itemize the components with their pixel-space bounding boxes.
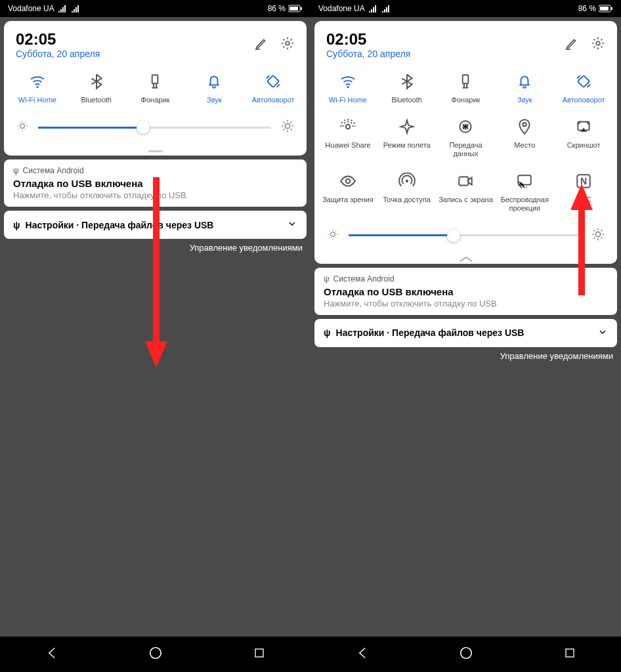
svg-point-39: [347, 86, 349, 88]
panel-header: 02:05 Суббота, 20 апреля: [4, 21, 307, 66]
qs-data[interactable]: Передача данных: [437, 117, 496, 158]
notif-title: Отладка по USB включена: [13, 178, 297, 189]
expand-handle[interactable]: [4, 146, 307, 156]
qs-label: Фонарик: [141, 96, 170, 104]
svg-rect-57: [566, 649, 574, 657]
wifi-icon: [28, 72, 47, 91]
manage-notifications-link[interactable]: Управление уведомлениями: [0, 243, 310, 253]
bt-icon: [398, 72, 416, 91]
brightness-high-icon: [280, 119, 295, 136]
qs-loc[interactable]: Место: [495, 117, 554, 158]
svg-point-38: [596, 41, 600, 45]
data-icon: [456, 117, 475, 136]
loc-icon: [515, 117, 534, 136]
bt-icon: [87, 72, 106, 91]
notif-subtitle: Нажмите, чтобы отключить отладку по USB: [324, 299, 608, 308]
qs-label: Беспроводная проекция: [495, 196, 554, 213]
edit-icon[interactable]: [565, 36, 579, 53]
qs-nfc[interactable]: NNFC: [554, 172, 613, 213]
svg-point-16: [286, 41, 289, 45]
usb-icon: ψ: [13, 166, 19, 175]
manage-notifications-link[interactable]: Управление уведомлениями: [310, 351, 621, 361]
qs-label: Защита зрения: [322, 196, 374, 204]
svg-point-42: [346, 125, 351, 129]
qs-cast[interactable]: Беспроводная проекция: [495, 172, 554, 213]
system-nav-bar: [0, 637, 310, 672]
brightness-low-icon: [16, 119, 29, 135]
brightness-low-icon: [326, 228, 339, 243]
quick-settings-panel-expanded: 02:05 Суббота, 20 апреля Wi-Fi HomeBluet…: [314, 21, 617, 264]
qs-bt[interactable]: Bluetooth: [67, 72, 126, 104]
carrier-label: Vodafone UA: [318, 4, 365, 13]
signal-icon: [58, 5, 68, 12]
qs-label: Скриншот: [567, 141, 601, 150]
notification-usb-debug[interactable]: ψСистема Android Отладка по USB включена…: [4, 159, 307, 207]
battery-icon: [599, 5, 613, 12]
svg-rect-25: [255, 649, 263, 657]
qs-label: Wi-Fi Home: [329, 96, 367, 104]
qs-shot[interactable]: Скриншот: [554, 117, 613, 158]
gear-icon[interactable]: [591, 36, 605, 53]
clock-time: 02:05: [326, 30, 410, 49]
signal2-icon: [382, 5, 391, 12]
qs-share[interactable]: Huawei Share: [318, 117, 377, 158]
qs-rec[interactable]: Запись с экрана: [437, 172, 496, 213]
battery-label: 86 %: [268, 4, 286, 13]
battery-label: 86 %: [578, 4, 596, 13]
edit-icon[interactable]: [254, 36, 268, 53]
qs-bt[interactable]: Bluetooth: [377, 72, 437, 104]
usb-icon: ψ: [324, 327, 331, 338]
qs-eye[interactable]: Защита зрения: [318, 172, 377, 213]
bell-icon: [205, 72, 223, 91]
qs-row-1: Wi-Fi HomeBluetoothФонарикЗвукАвтоповоро…: [314, 66, 617, 111]
qs-label: Режим полета: [383, 141, 431, 150]
qs-hotspot[interactable]: Точка доступа: [377, 172, 437, 213]
chevron-down-icon: [597, 327, 608, 339]
qs-label: Bluetooth: [391, 96, 421, 104]
qs-wifi[interactable]: Wi-Fi Home: [318, 72, 377, 104]
brightness-slider[interactable]: [314, 219, 617, 255]
wifi-icon: [339, 72, 357, 91]
brightness-slider[interactable]: [4, 111, 307, 146]
cast-icon: [515, 172, 534, 190]
phone-left: HUAWEI Чтобы уникализировать контакты, м…: [0, 0, 310, 672]
panel-header: 02:05 Суббота, 20 апреля: [314, 21, 617, 66]
quick-settings-panel: 02:05 Суббота, 20 апреля Wi-Fi HomeBluet…: [4, 21, 307, 156]
plane-icon: [398, 117, 416, 136]
qs-bell[interactable]: Звук: [495, 72, 554, 104]
back-button[interactable]: [45, 646, 58, 662]
qs-rotate[interactable]: Автоповорот: [244, 72, 303, 104]
svg-rect-19: [267, 75, 279, 87]
home-button[interactable]: [459, 646, 473, 663]
qs-label: Huawei Share: [325, 141, 370, 150]
home-button[interactable]: [148, 646, 163, 663]
qs-bell[interactable]: Звук: [184, 72, 244, 104]
qs-flash[interactable]: Фонарик: [126, 72, 185, 104]
qs-label: Фонарик: [452, 96, 481, 104]
qs-flash[interactable]: Фонарик: [437, 72, 496, 104]
clock-time: 02:05: [16, 30, 100, 49]
qs-label: Звук: [517, 96, 532, 104]
flash-icon: [456, 72, 475, 91]
signal2-icon: [72, 5, 81, 12]
notification-usb-transfer[interactable]: ψ Настройки · Передача файлов через USB: [4, 211, 307, 239]
status-bar: Vodafone UA 86 %: [0, 0, 310, 17]
qs-wifi[interactable]: Wi-Fi Home: [8, 72, 67, 104]
notification-usb-debug[interactable]: ψСистема Android Отладка по USB включена…: [314, 268, 617, 315]
recent-button[interactable]: [253, 647, 265, 662]
qs-label: Точка доступа: [383, 196, 430, 204]
svg-rect-14: [289, 7, 298, 10]
qs-label: Запись с экрана: [439, 196, 493, 204]
svg-point-52: [331, 232, 335, 237]
back-button[interactable]: [356, 646, 369, 662]
svg-point-53: [595, 232, 600, 236]
svg-rect-41: [578, 75, 589, 87]
notification-usb-transfer[interactable]: ψ Настройки · Передача файлов через USB: [314, 319, 617, 347]
svg-rect-36: [600, 7, 609, 10]
gear-icon[interactable]: [280, 36, 295, 53]
qs-row-2: Huawei ShareРежим полетаПередача данныхМ…: [314, 111, 617, 165]
collapse-handle[interactable]: [314, 255, 617, 264]
qs-rotate[interactable]: Автоповорот: [554, 72, 613, 104]
recent-button[interactable]: [564, 647, 576, 662]
qs-plane[interactable]: Режим полета: [377, 117, 437, 158]
